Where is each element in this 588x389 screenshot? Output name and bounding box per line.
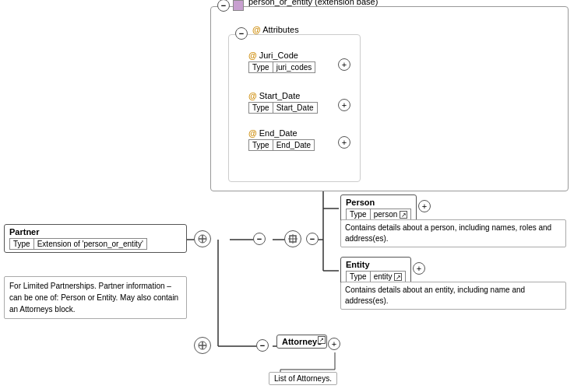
person-expand[interactable]: + [418, 200, 431, 212]
start-date-type-label: Type [248, 102, 273, 114]
attorneys-connector-node[interactable] [194, 337, 211, 354]
juri-code-expand[interactable]: + [338, 58, 350, 71]
start-date-expand[interactable]: + [338, 99, 350, 111]
partner-description: For Limited Partnerships. Partner inform… [4, 276, 187, 319]
attributes-container: − @ Attributes @ Juri_Code Type juri_cod… [228, 34, 361, 182]
partner-label: Partner [9, 227, 181, 237]
person-or-entity-collapse-button[interactable]: − [217, 0, 230, 12]
start-date-attribute: @ Start_Date Type Start_Date [248, 91, 318, 114]
start-date-type-value: Start_Date [273, 102, 318, 114]
end-date-at: @ [248, 128, 257, 138]
person-type-value: person ↗ [371, 209, 411, 220]
partner-type-label: Type [9, 238, 34, 250]
connector-cross-icon [197, 233, 208, 244]
person-or-entity-container: − person_or_entity (extension base) − @ … [210, 6, 569, 191]
juri-code-type-row: Type juri_codes [248, 61, 315, 73]
juri-code-type-label: Type [248, 61, 273, 73]
choice-minus-circle[interactable]: − [306, 233, 319, 245]
attorneys-cross-icon [197, 340, 208, 351]
person-type-row: Type person ↗ [346, 209, 411, 220]
attributes-collapse-button[interactable]: − [235, 27, 248, 40]
start-date-type-row: Type Start_Date [248, 102, 318, 114]
entity-description: Contains details about an entity, includ… [340, 282, 566, 310]
person-link-icon[interactable]: ↗ [400, 211, 407, 219]
partner-box: Partner Type Extension of 'person_or_ent… [4, 224, 187, 253]
end-date-type-row: Type End_Date [248, 139, 315, 151]
entity-link-icon[interactable]: ↗ [394, 273, 402, 281]
diagram-container: − person_or_entity (extension base) − @ … [0, 0, 588, 389]
partner-type-value: Extension of 'person_or_entity' [34, 238, 147, 250]
entity-type-label: Type [346, 271, 371, 282]
entity-expand[interactable]: + [413, 262, 425, 275]
person-or-entity-title: person_or_entity (extension base) [247, 0, 379, 6]
middle-cross-icon [287, 233, 298, 244]
start-date-name: Start_Date [259, 91, 301, 100]
end-date-expand[interactable]: + [338, 136, 350, 149]
end-date-attribute: @ End_Date Type End_Date [248, 128, 315, 151]
end-date-name: End_Date [259, 128, 298, 138]
juri-code-type-value: juri_codes [273, 61, 316, 73]
attributes-label: @ Attributes [251, 25, 301, 34]
person-type-label: Type [346, 209, 371, 220]
entity-type-row: Type entity ↗ [346, 271, 406, 282]
juri-code-name: Juri_Code [259, 51, 298, 60]
attorneys-expand[interactable]: + [328, 338, 340, 350]
attorneys-link-icon[interactable]: ↗ [318, 336, 326, 344]
juri-code-at: @ [248, 51, 257, 60]
person-description: Contains details about a person, includi… [340, 219, 566, 247]
attributes-text: Attributes [262, 25, 298, 34]
juri-code-attribute: @ Juri_Code Type juri_codes [248, 51, 315, 73]
entity-type-value: entity ↗ [371, 271, 407, 282]
start-date-at: @ [248, 91, 257, 100]
attributes-at-symbol: @ [252, 25, 261, 34]
attorneys-label: Attorneys [282, 337, 322, 346]
attorneys-minus-circle[interactable]: − [256, 339, 269, 352]
partner-minus-circle[interactable]: − [253, 233, 266, 245]
attorneys-description: List of Attorneys. [269, 372, 337, 385]
middle-connector-node[interactable] [284, 230, 301, 247]
entity-label: Entity [346, 260, 406, 269]
partner-connector-node[interactable] [194, 230, 211, 247]
end-date-type-label: Type [248, 139, 273, 151]
partner-type-row: Type Extension of 'person_or_entity' [9, 238, 181, 250]
person-label: Person [346, 198, 411, 207]
end-date-type-value: End_Date [273, 139, 315, 151]
person-or-entity-type-icon [233, 0, 244, 11]
